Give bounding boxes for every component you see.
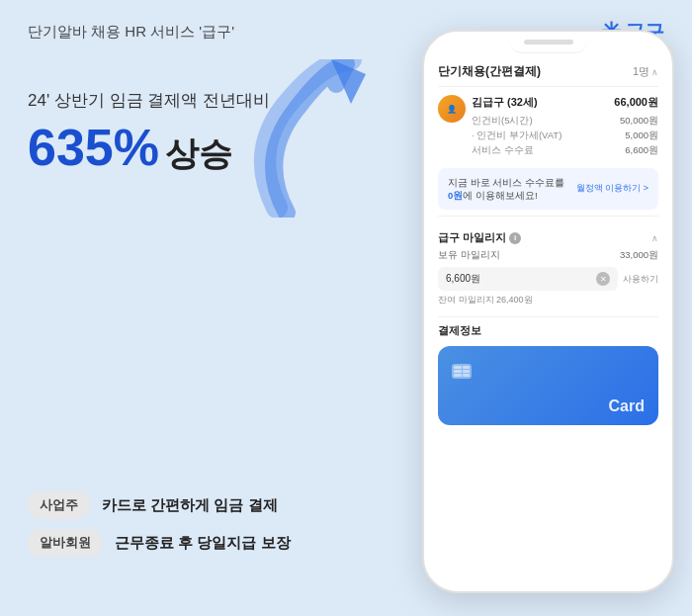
divider-2: [438, 316, 658, 317]
mileage-title-text: 급구 마일리지: [438, 230, 506, 245]
service-fee-label: 서비스 수수료: [472, 142, 534, 157]
mileage-chevron-icon: ∧: [651, 233, 658, 243]
cost-line-vat: · 인건비 부가세(VAT) 5,000원: [472, 128, 658, 142]
card-visual: Card: [438, 346, 658, 425]
card-chip: [452, 364, 472, 379]
payment-section: 결제정보 Card: [438, 323, 658, 425]
promo-box: 지금 바로 서비스 수수료를 0원에 이용해보세요! 월정액 이용하기 >: [438, 168, 658, 211]
section-title: 단기채용(간편결제): [438, 63, 541, 80]
labor-cost-label: 인건비(5시간): [472, 113, 533, 128]
info-icon: i: [509, 232, 521, 244]
mileage-input-row: 6,600원 ✕ 사용하기: [438, 267, 658, 291]
mileage-remaining: 잔여 마일리지 26,400원: [438, 294, 658, 307]
vat-label: · 인건비 부가세(VAT): [472, 128, 562, 142]
mileage-total-value: 33,000원: [620, 249, 658, 262]
service-fee-value: 6,600원: [625, 142, 658, 157]
divider-1: [438, 216, 658, 217]
chip-cell-2: [463, 366, 471, 369]
phone-notch-bar: [524, 40, 573, 44]
card-label: Card: [452, 397, 645, 415]
left-section: 24' 상반기 임금 결제액 전년대비 635% 상승: [28, 89, 270, 176]
headline-large: 635% 상승: [28, 120, 270, 176]
count-label: 1명: [633, 64, 649, 79]
promo-text: 지금 바로 서비스 수수료를 0원에 이용해보세요!: [448, 176, 564, 203]
pill-row-employer: 사업주 카드로 간편하게 임금 결제: [28, 491, 291, 519]
payment-title: 결제정보: [438, 323, 658, 338]
chip-cell-1: [454, 366, 462, 369]
employee-row: 👤 김급구 (32세) 66,000원 인건비(5시간) 50,000원 · 인…: [438, 87, 658, 162]
chevron-down-icon: ∧: [651, 67, 658, 77]
pill-row-worker: 알바회원 근무종료 후 당일지급 보장: [28, 529, 291, 557]
pills-section: 사업주 카드로 간편하게 임금 결제 알바회원 근무종료 후 당일지급 보장: [28, 491, 291, 557]
chip-cell-5: [454, 374, 462, 377]
cost-lines: 인건비(5시간) 50,000원 · 인건비 부가세(VAT) 5,000원 서…: [472, 113, 658, 158]
vat-value: 5,000원: [625, 128, 658, 142]
section-count: 1명 ∧: [633, 64, 658, 79]
mileage-input-value: 6,600원: [446, 272, 480, 286]
promo-suffix: 에 이용해보세요!: [463, 190, 537, 201]
top-title: 단기알바 채용 HR 서비스 '급구': [28, 23, 234, 42]
employee-info: 김급구 (32세) 66,000원 인건비(5시간) 50,000원 · 인건비…: [472, 95, 658, 158]
promo-line1: 지금 바로 서비스 수수료를: [448, 177, 564, 188]
chip-cell-4: [463, 370, 471, 373]
badge-employer: 사업주: [28, 491, 90, 519]
headline-suffix: 상승: [165, 135, 232, 172]
cost-line-labor: 인건비(5시간) 50,000원: [472, 113, 658, 128]
main-container: 단기알바 채용 HR 서비스 '급구' ✳ 급구 24' 상반기 임금 결제액 …: [0, 0, 692, 616]
pill-text-worker: 근무종료 후 당일지급 보장: [115, 534, 291, 553]
headline-percent: 635%: [28, 120, 159, 176]
avatar: 👤: [438, 95, 466, 123]
phone-content: 단기채용(간편결제) 1명 ∧ 👤 김급구 (32세) 66,000원 인건: [424, 53, 672, 425]
mileage-input-field[interactable]: 6,600원 ✕: [438, 267, 618, 291]
employee-name: 김급구 (32세): [472, 95, 538, 110]
mileage-header: 급구 마일리지 i ∧: [438, 230, 658, 245]
promo-link[interactable]: 월정액 이용하기 >: [576, 182, 649, 195]
mileage-clear-button[interactable]: ✕: [596, 272, 610, 286]
mileage-total-label: 보유 마일리지: [438, 249, 500, 262]
promo-highlight: 0원: [448, 190, 463, 201]
phone-mockup: 단기채용(간편결제) 1명 ∧ 👤 김급구 (32세) 66,000원 인건: [422, 30, 674, 593]
headline-small: 24' 상반기 임금 결제액 전년대비: [28, 89, 270, 112]
pill-text-employer: 카드로 간편하게 임금 결제: [102, 496, 278, 515]
mileage-title: 급구 마일리지 i: [438, 230, 521, 245]
badge-worker: 알바회원: [28, 529, 103, 557]
employee-total: 66,000원: [614, 95, 658, 110]
chip-cell-6: [463, 374, 471, 377]
mileage-total-row: 보유 마일리지 33,000원: [438, 249, 658, 262]
cost-line-service: 서비스 수수료 6,600원: [472, 142, 658, 157]
phone-notch: [509, 32, 588, 53]
labor-cost-value: 50,000원: [620, 113, 658, 128]
section-header: 단기채용(간편결제) 1명 ∧: [438, 53, 658, 87]
mileage-section: 급구 마일리지 i ∧ 보유 마일리지 33,000원 6,600원 ✕ 사용하…: [438, 222, 658, 310]
mileage-apply-button[interactable]: 사용하기: [623, 273, 658, 286]
chip-cell-3: [454, 370, 462, 373]
